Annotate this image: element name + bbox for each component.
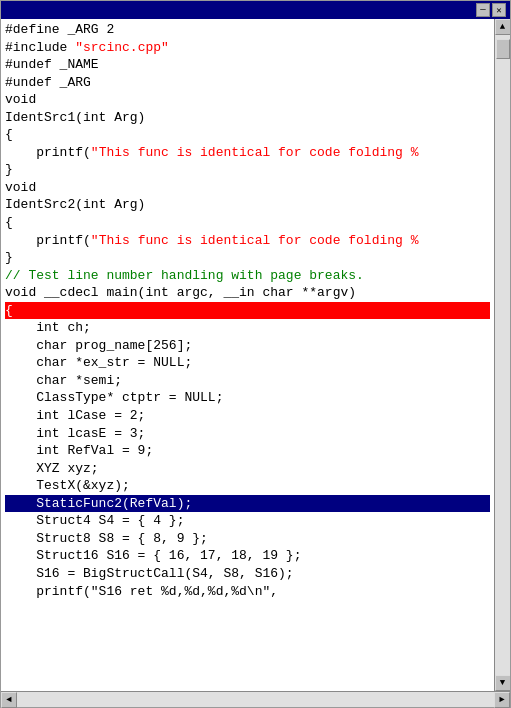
code-content: #define _ARG 2#include "srcinc.cpp"#unde… — [5, 21, 490, 600]
code-line: #undef _NAME — [5, 56, 490, 74]
scroll-down-button[interactable]: ▼ — [495, 675, 511, 691]
editor-container: #define _ARG 2#include "srcinc.cpp"#unde… — [1, 19, 510, 691]
code-line: int RefVal = 9; — [5, 442, 490, 460]
code-line: } — [5, 249, 490, 267]
code-line: Struct16 S16 = { 16, 17, 18, 19 }; — [5, 547, 490, 565]
code-line: printf("This func is identical for code … — [5, 232, 490, 250]
code-line: int lCase = 2; — [5, 407, 490, 425]
code-line: IdentSrc2(int Arg) — [5, 196, 490, 214]
horizontal-scrollbar[interactable]: ◄ ► — [1, 691, 510, 707]
code-line: char *semi; — [5, 372, 490, 390]
scroll-right-button[interactable]: ► — [494, 692, 510, 708]
code-line: #undef _ARG — [5, 74, 490, 92]
code-line: void — [5, 91, 490, 109]
minimize-button[interactable]: ─ — [476, 3, 490, 17]
scroll-thumb[interactable] — [496, 39, 510, 59]
code-line: StaticFunc2(RefVal); — [5, 495, 490, 513]
code-line: char prog_name[256]; — [5, 337, 490, 355]
scroll-up-button[interactable]: ▲ — [495, 19, 511, 35]
code-line: { — [5, 302, 490, 320]
code-line: TestX(&xyz); — [5, 477, 490, 495]
vertical-scrollbar[interactable]: ▲ ▼ — [494, 19, 510, 691]
code-line: printf("This func is identical for code … — [5, 144, 490, 162]
code-line: #include "srcinc.cpp" — [5, 39, 490, 57]
code-line: char *ex_str = NULL; — [5, 354, 490, 372]
code-line: { — [5, 214, 490, 232]
scroll-track[interactable] — [495, 35, 510, 675]
code-line: int lcasE = 3; — [5, 425, 490, 443]
hscroll-track[interactable] — [17, 692, 494, 707]
close-button[interactable]: ✕ — [492, 3, 506, 17]
code-line: void — [5, 179, 490, 197]
title-bar: ─ ✕ — [1, 1, 510, 19]
code-line: #define _ARG 2 — [5, 21, 490, 39]
code-line: Struct8 S8 = { 8, 9 }; — [5, 530, 490, 548]
code-line: int ch; — [5, 319, 490, 337]
main-window: ─ ✕ #define _ARG 2#include "srcinc.cpp"#… — [0, 0, 511, 708]
code-line: Struct4 S4 = { 4 }; — [5, 512, 490, 530]
title-bar-controls: ─ ✕ — [476, 3, 506, 17]
code-line: void __cdecl main(int argc, __in char **… — [5, 284, 490, 302]
code-area[interactable]: #define _ARG 2#include "srcinc.cpp"#unde… — [1, 19, 494, 691]
scroll-left-button[interactable]: ◄ — [1, 692, 17, 708]
code-line: printf("S16 ret %d,%d,%d,%d\n", — [5, 583, 490, 601]
code-line: } — [5, 161, 490, 179]
code-line: // Test line number handling with page b… — [5, 267, 490, 285]
code-line: { — [5, 126, 490, 144]
code-line: ClassType* ctptr = NULL; — [5, 389, 490, 407]
code-line: XYZ xyz; — [5, 460, 490, 478]
code-line: IdentSrc1(int Arg) — [5, 109, 490, 127]
code-line: S16 = BigStructCall(S4, S8, S16); — [5, 565, 490, 583]
